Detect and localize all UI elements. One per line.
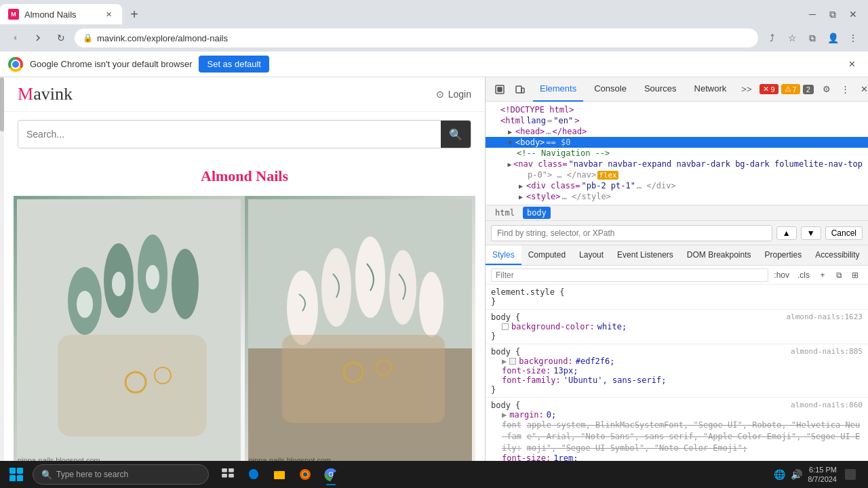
styles-tab-properties[interactable]: Properties — [758, 245, 809, 265]
system-clock[interactable]: 6:15 PM 8/7/2024 — [808, 465, 837, 485]
svg-point-17 — [419, 272, 443, 337]
devtools-panel-icons — [491, 81, 529, 98]
devtools-tab-sources[interactable]: Sources — [637, 77, 684, 102]
tab-bar: M Almond Nails ✕ + ─ ⧉ ✕ — [0, 0, 868, 24]
set-default-button[interactable]: Set as default — [199, 56, 269, 73]
styles-panel[interactable]: element.style { } almond-nails:1623 body… — [486, 285, 868, 488]
minimize-btn[interactable]: ─ — [803, 5, 822, 24]
forward-button[interactable] — [28, 28, 47, 47]
svg-point-6 — [112, 272, 125, 296]
css-prop-font-family-strikethrough[interactable]: font-family: apple-system, BlinkMacSyste… — [491, 420, 863, 453]
dom-line-nav[interactable]: ▶ <nav class= "navbar navbar-expand navb… — [486, 159, 868, 169]
find-cancel-btn[interactable]: Cancel — [825, 226, 863, 240]
network-icon[interactable]: 🌐 — [774, 469, 785, 480]
search-input[interactable] — [18, 123, 441, 145]
styles-tab-layout[interactable]: Layout — [572, 245, 610, 265]
margin-expand-btn[interactable]: ▶ — [502, 410, 507, 420]
bg-expand-btn[interactable]: ▶ — [502, 357, 507, 366]
menu-button[interactable]: ⋮ — [844, 28, 863, 47]
sidebar-toggle-btn[interactable]: ⧉ — [803, 28, 822, 47]
share-button[interactable]: ⤴ — [762, 28, 781, 47]
copy-rule-btn[interactable]: ⧉ — [831, 268, 846, 283]
color-swatch-white[interactable] — [502, 323, 509, 330]
firefox-icon-taskbar[interactable] — [293, 462, 317, 487]
cls-btn[interactable]: .cls — [795, 270, 812, 280]
dom-inspector[interactable]: <!DOCTYPE html> <html lang = "en" > ▶ <h… — [486, 102, 868, 205]
refresh-button[interactable]: ↻ — [52, 28, 71, 47]
find-input[interactable] — [491, 225, 772, 241]
dom-line-head[interactable]: ▶ <head> … </head> — [486, 126, 868, 137]
devtools-close-btn[interactable]: ✕ — [856, 81, 868, 98]
refresh-rules-btn[interactable]: ⊞ — [848, 268, 863, 283]
dom-line-style[interactable]: ▶ <style> … </style> — [486, 191, 868, 202]
volume-icon[interactable]: 🔊 — [791, 469, 802, 480]
device-toggle-btn[interactable] — [511, 81, 529, 98]
dom-line-body[interactable]: ▼ <body> == $0 — [486, 137, 868, 148]
secure-icon: 🔒 — [83, 33, 93, 43]
dom-line-nav2[interactable]: p-0"> … </nav> flex — [486, 169, 868, 180]
info-bar: Google Chrome isn't your default browser… — [0, 52, 868, 77]
devtools-overflow-btn[interactable]: ⋮ — [837, 81, 854, 98]
css-prop-font-size-2[interactable]: font-size: 13px; — [491, 366, 863, 375]
devtools-tab-console[interactable]: Console — [587, 77, 633, 102]
browser-chrome: M Almond Nails ✕ + ─ ⧉ ✕ ↻ 🔒 mavink.com/… — [0, 0, 868, 77]
file-explorer-icon-taskbar[interactable] — [267, 462, 292, 487]
tab-close-btn[interactable]: ✕ — [103, 9, 114, 20]
styles-tab-dom-breakpoints[interactable]: DOM Breakpoints — [680, 245, 758, 265]
styles-tab-computed[interactable]: Computed — [521, 245, 572, 265]
find-up-btn[interactable]: ▲ — [776, 226, 797, 240]
dom-line-doctype[interactable]: <!DOCTYPE html> — [486, 104, 868, 115]
task-view-button[interactable] — [216, 462, 240, 487]
page-title-section: Almond Nails — [4, 157, 485, 196]
start-button[interactable] — [4, 462, 28, 487]
devtools-more-tabs[interactable]: >> — [737, 84, 755, 94]
back-button[interactable] — [5, 28, 24, 47]
breadcrumb-html[interactable]: html — [491, 207, 519, 219]
devtools-settings-btn[interactable]: ⚙ — [818, 81, 835, 98]
restore-btn[interactable]: ⧉ — [823, 5, 842, 24]
css-prop-margin[interactable]: ▶ margin: 0; — [491, 410, 863, 420]
filter-input[interactable] — [491, 268, 768, 282]
css-prop-bg-color[interactable]: background-color: white; — [491, 322, 863, 331]
css-prop-bg[interactable]: ▶ background: #edf2f6; — [491, 357, 863, 366]
login-button[interactable]: ⊙ Login — [436, 89, 471, 100]
breadcrumb-body[interactable]: body — [523, 207, 551, 219]
color-swatch-edf2f6[interactable] — [509, 358, 516, 365]
styles-tab-styles[interactable]: Styles — [486, 245, 521, 265]
profile-button[interactable]: 👤 — [823, 28, 842, 47]
image-cell-1[interactable]: pippa-nails.blogspot.com — [14, 196, 245, 467]
address-bar[interactable]: 🔒 mavink.com/explore/almond-nails — [75, 28, 758, 47]
chrome-icon-taskbar[interactable] — [319, 462, 343, 487]
css-prop-font-family-2[interactable]: font-family: 'Ubuntu', sans-serif; — [491, 375, 863, 385]
edge-icon-taskbar[interactable] — [241, 462, 266, 487]
bookmark-button[interactable]: ☆ — [783, 28, 802, 47]
nav-arrow[interactable]: ▶ — [507, 161, 512, 168]
info-bar-close-btn[interactable]: ✕ — [844, 56, 860, 73]
style-arrow[interactable]: ▶ — [517, 193, 525, 201]
styles-tab-event-listeners[interactable]: Event Listeners — [610, 245, 680, 265]
svg-point-16 — [389, 250, 416, 325]
div-arrow[interactable]: ▶ — [517, 182, 525, 190]
body-arrow[interactable]: ▼ — [506, 139, 514, 146]
image-cell-2[interactable]: pippa-nails.blogspot.com — [245, 196, 476, 467]
styles-tab-accessibility[interactable]: Accessibility — [808, 245, 866, 265]
add-rule-btn[interactable]: + — [815, 268, 830, 283]
close-btn[interactable]: ✕ — [844, 5, 863, 24]
search-icon: 🔍 — [449, 128, 462, 141]
devtools-tab-network[interactable]: Network — [688, 77, 734, 102]
search-button[interactable]: 🔍 — [441, 121, 471, 148]
dom-line-html[interactable]: <html lang = "en" > — [486, 115, 868, 126]
svg-point-32 — [303, 472, 307, 476]
svg-rect-28 — [229, 474, 234, 478]
active-tab[interactable]: M Almond Nails ✕ — [0, 4, 122, 24]
new-tab-button[interactable]: + — [125, 5, 144, 24]
find-down-btn[interactable]: ▼ — [801, 226, 821, 240]
element-picker-btn[interactable] — [491, 81, 509, 98]
dom-line-div[interactable]: ▶ <div class= "pb-2 pt-1" … </div> — [486, 180, 868, 191]
notification-btn[interactable] — [842, 466, 859, 483]
head-arrow[interactable]: ▶ — [506, 128, 514, 136]
devtools-tab-elements[interactable]: Elements — [533, 77, 583, 102]
dom-line-comment[interactable]: <!-- Navigation --> — [486, 148, 868, 159]
taskbar-search-bar[interactable]: 🔍 Type here to search — [33, 464, 209, 485]
pseudo-states-btn[interactable]: :hov — [771, 270, 792, 280]
